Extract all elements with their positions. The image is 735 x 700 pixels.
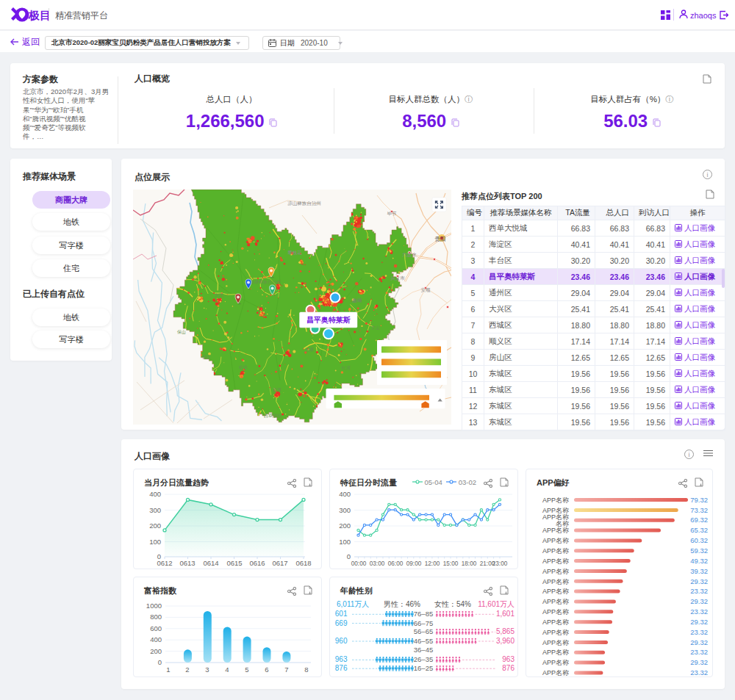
svg-text:23.32: 23.32	[690, 668, 708, 676]
svg-text:963: 963	[335, 655, 348, 663]
svg-text:APP名称: APP名称	[542, 537, 569, 544]
svg-text:APP名称: APP名称	[542, 497, 569, 504]
svg-text:0: 0	[347, 552, 351, 560]
svg-text:09:00: 09:00	[406, 560, 422, 567]
svg-text:APP名称: APP名称	[542, 527, 569, 534]
svg-text:400: 400	[149, 490, 161, 498]
svg-text:69.32: 69.32	[690, 516, 708, 524]
svg-text:女性：54%: 女性：54%	[434, 600, 471, 608]
svg-text:0612: 0612	[157, 559, 172, 567]
svg-text:23.32: 23.32	[690, 587, 708, 595]
svg-text:红河: 红河	[341, 366, 351, 370]
svg-text:29.32: 29.32	[690, 597, 708, 605]
svg-text:200: 200	[339, 522, 351, 530]
svg-text:200: 200	[150, 647, 162, 655]
svg-text:12:00: 12:00	[425, 560, 440, 567]
svg-text:6: 6	[265, 665, 268, 674]
svg-text:963: 963	[502, 655, 514, 663]
svg-text:00:00: 00:00	[351, 560, 367, 567]
svg-text:APP名称: APP名称	[542, 659, 569, 666]
svg-text:39.32: 39.32	[690, 567, 708, 575]
svg-text:5: 5	[245, 665, 248, 674]
svg-text:6,011万人: 6,011万人	[337, 600, 369, 608]
svg-text:876: 876	[335, 664, 348, 672]
svg-text:66–75: 66–75	[414, 619, 433, 627]
svg-text:昌平奥特莱斯: 昌平奥特莱斯	[306, 316, 351, 324]
svg-text:5,865: 5,865	[496, 627, 514, 635]
svg-text:贵阳: 贵阳	[435, 236, 446, 242]
svg-text:49.32: 49.32	[690, 557, 708, 565]
svg-text:60.32: 60.32	[690, 536, 708, 544]
svg-text:APP名称: APP名称	[542, 598, 569, 605]
svg-text:8: 8	[304, 665, 308, 674]
svg-text:0614: 0614	[203, 559, 218, 567]
svg-text:APP名称: APP名称	[542, 639, 569, 646]
svg-text:APP名称: APP名称	[542, 588, 569, 595]
svg-text:文山: 文山	[371, 325, 380, 330]
svg-text:兴义市: 兴义市	[390, 275, 405, 281]
svg-text:03:00: 03:00	[370, 560, 385, 567]
svg-text:16–25: 16–25	[414, 664, 433, 672]
svg-text:7: 7	[284, 665, 288, 674]
svg-text:APP名称: APP名称	[542, 547, 569, 555]
svg-text:300: 300	[339, 506, 351, 514]
svg-text:29.32: 29.32	[690, 618, 708, 626]
svg-text:凉山彝族自治州: 凉山彝族自治州	[287, 201, 321, 206]
svg-text:保山: 保山	[177, 330, 186, 334]
svg-text:APP名称: APP名称	[542, 568, 569, 575]
svg-text:APP名称: APP名称	[542, 558, 569, 565]
svg-text:400: 400	[339, 490, 351, 498]
svg-text:15:00: 15:00	[443, 560, 459, 567]
svg-text:1,601: 1,601	[496, 610, 514, 618]
svg-text:临沧: 临沧	[239, 365, 248, 370]
svg-text:3,960: 3,960	[496, 637, 514, 645]
svg-text:300: 300	[149, 506, 161, 514]
svg-text:876: 876	[502, 664, 514, 672]
svg-text:APP名称: APP名称	[542, 608, 569, 616]
svg-text:23.32: 23.32	[690, 607, 708, 616]
svg-text:APP名称: APP名称	[542, 578, 569, 585]
svg-text:800: 800	[150, 613, 162, 621]
svg-text:59.32: 59.32	[690, 546, 708, 555]
svg-text:11,601万人: 11,601万人	[478, 600, 514, 608]
svg-text:攀枝花: 攀枝花	[287, 250, 302, 256]
svg-text:36–45: 36–45	[414, 646, 433, 654]
svg-text:29.32: 29.32	[690, 638, 708, 646]
svg-text:23.32: 23.32	[690, 648, 708, 656]
svg-text:100: 100	[149, 538, 161, 546]
svg-text:0: 0	[158, 658, 162, 666]
svg-text:79.32: 79.32	[690, 496, 708, 504]
svg-text:29.32: 29.32	[690, 658, 708, 666]
svg-text:1: 1	[166, 665, 170, 674]
svg-text:0617: 0617	[272, 559, 287, 567]
svg-text:APP名称: APP名称	[542, 629, 569, 636]
svg-text:100: 100	[339, 538, 351, 546]
svg-text:56–65: 56–65	[414, 627, 433, 635]
svg-text:安顺: 安顺	[421, 287, 431, 292]
svg-text:73.32: 73.32	[690, 506, 708, 514]
svg-text:76–85: 76–85	[414, 610, 433, 618]
svg-text:200: 200	[149, 522, 161, 530]
svg-text:APP名称: APP名称	[542, 669, 569, 676]
svg-text:APP名称: APP名称	[542, 618, 569, 626]
svg-text:960: 960	[335, 637, 348, 645]
svg-text:600: 600	[150, 624, 162, 632]
svg-text:普洱: 普洱	[273, 387, 282, 393]
svg-text:楚雄彝族自治州: 楚雄彝族自治州	[249, 279, 281, 285]
svg-text:毕节: 毕节	[387, 211, 398, 216]
svg-text:大理: 大理	[215, 292, 223, 297]
svg-text:23:00: 23:00	[492, 560, 508, 567]
svg-text:1000: 1000	[146, 602, 162, 610]
svg-text:男性：46%: 男性：46%	[384, 600, 420, 608]
svg-text:65.32: 65.32	[690, 526, 708, 534]
svg-text:46–55: 46–55	[414, 637, 433, 645]
svg-text:APP名称: APP名称	[542, 649, 569, 656]
svg-text:18:00: 18:00	[462, 560, 477, 567]
svg-text:玉溪: 玉溪	[305, 347, 314, 352]
svg-text:德宏: 德宏	[202, 354, 211, 360]
svg-text:26–35: 26–35	[414, 655, 433, 663]
svg-text:400: 400	[150, 635, 162, 643]
svg-text:669: 669	[335, 619, 348, 627]
svg-text:29.32: 29.32	[690, 577, 708, 585]
svg-text:06:00: 06:00	[388, 560, 404, 567]
